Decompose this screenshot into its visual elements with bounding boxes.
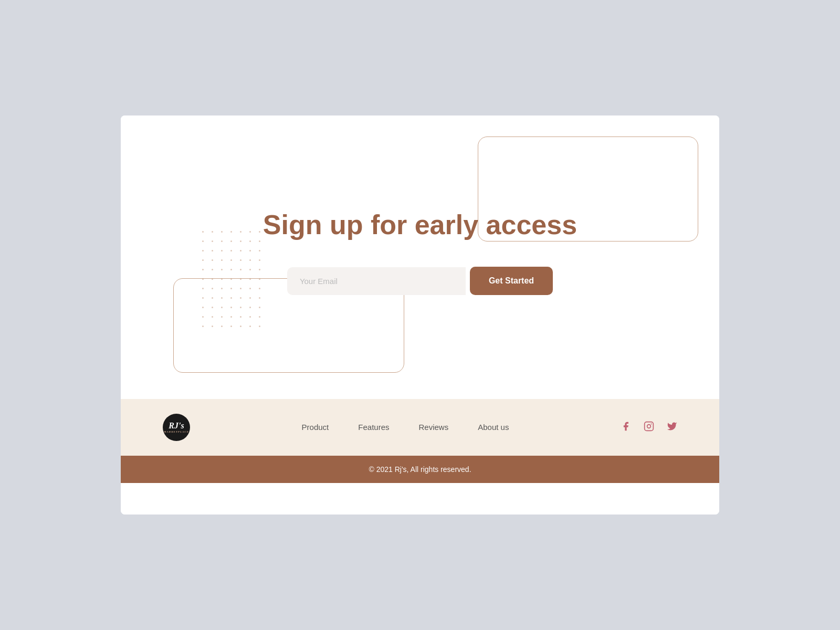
logo-text: RJ's Marketplace — [164, 421, 189, 433]
twitter-icon[interactable] — [667, 421, 677, 434]
copyright-bar: © 2021 Rj's, All rights reserved. — [121, 456, 719, 483]
instagram-icon[interactable] — [644, 421, 654, 434]
nav-link-reviews[interactable]: Reviews — [419, 423, 449, 432]
nav-link-features[interactable]: Features — [358, 423, 389, 432]
copyright-text: © 2021 Rj's, All rights reserved. — [130, 465, 710, 474]
email-form: Get Started — [287, 267, 553, 295]
nav-item-about: About us — [478, 423, 509, 432]
signup-heading: Sign up for early access — [263, 209, 577, 240]
facebook-icon[interactable] — [621, 421, 631, 434]
svg-point-1 — [647, 424, 651, 428]
logo: RJ's Marketplace — [163, 414, 190, 441]
svg-point-2 — [651, 423, 652, 424]
footer-nav: RJ's Marketplace Product Features Review… — [121, 399, 719, 456]
dot-grid — [202, 231, 264, 331]
nav-item-reviews: Reviews — [419, 423, 449, 432]
nav-link-product[interactable]: Product — [302, 423, 329, 432]
get-started-button[interactable]: Get Started — [470, 267, 553, 295]
nav-item-product: Product — [302, 423, 329, 432]
email-input[interactable] — [287, 267, 466, 295]
nav-links-list: Product Features Reviews About us — [302, 423, 509, 432]
footer-navigation: Product Features Reviews About us — [302, 423, 509, 432]
social-icons — [621, 421, 677, 434]
svg-rect-0 — [645, 422, 654, 430]
main-content: Sign up for early access Get Started — [121, 116, 719, 399]
page-wrapper: Sign up for early access Get Started RJ'… — [121, 116, 719, 514]
below-footer — [121, 483, 719, 514]
nav-item-features: Features — [358, 423, 389, 432]
nav-link-about[interactable]: About us — [478, 423, 509, 432]
